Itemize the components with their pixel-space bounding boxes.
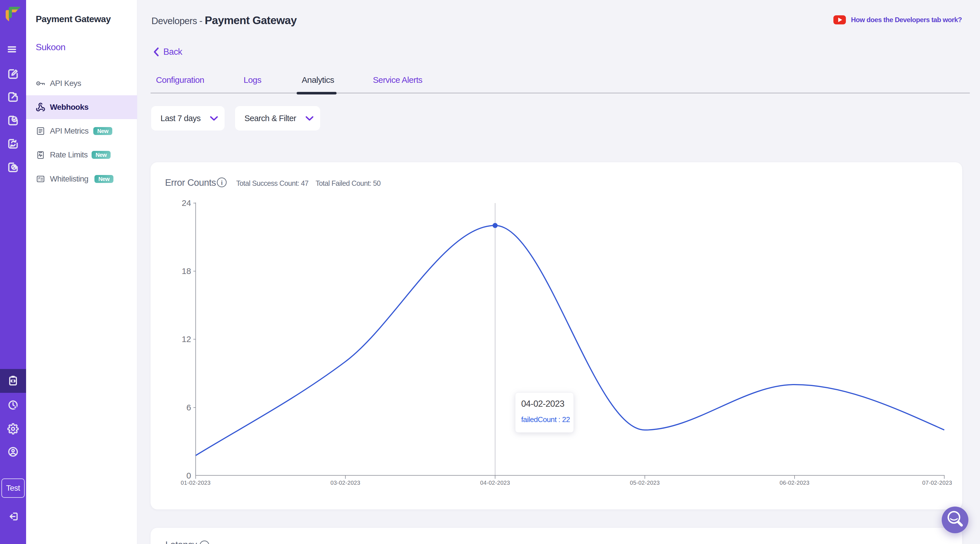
svg-text:04-02-2023: 04-02-2023 bbox=[521, 399, 564, 409]
svg-text:07-02-2023: 07-02-2023 bbox=[922, 480, 952, 486]
svg-text:i: i bbox=[221, 179, 222, 186]
svg-text:05-02-2023: 05-02-2023 bbox=[630, 480, 660, 486]
svg-text:6: 6 bbox=[186, 403, 191, 412]
svg-text:01-02-2023: 01-02-2023 bbox=[181, 480, 210, 486]
svg-text:12: 12 bbox=[182, 334, 191, 344]
svg-text:Latency: Latency bbox=[165, 539, 197, 544]
svg-text:Total Success Count: 47: Total Success Count: 47 bbox=[236, 179, 309, 187]
svg-text:24: 24 bbox=[182, 198, 191, 208]
svg-text:failedCount : 22: failedCount : 22 bbox=[521, 415, 570, 424]
svg-text:18: 18 bbox=[182, 266, 191, 276]
svg-text:0: 0 bbox=[186, 471, 191, 480]
svg-text:06-02-2023: 06-02-2023 bbox=[780, 480, 809, 486]
svg-text:Total Failed Count: 50: Total Failed Count: 50 bbox=[316, 179, 380, 187]
svg-text:03-02-2023: 03-02-2023 bbox=[330, 480, 360, 486]
svg-text:04-02-2023: 04-02-2023 bbox=[480, 480, 510, 486]
svg-text:Error Counts: Error Counts bbox=[165, 177, 216, 188]
